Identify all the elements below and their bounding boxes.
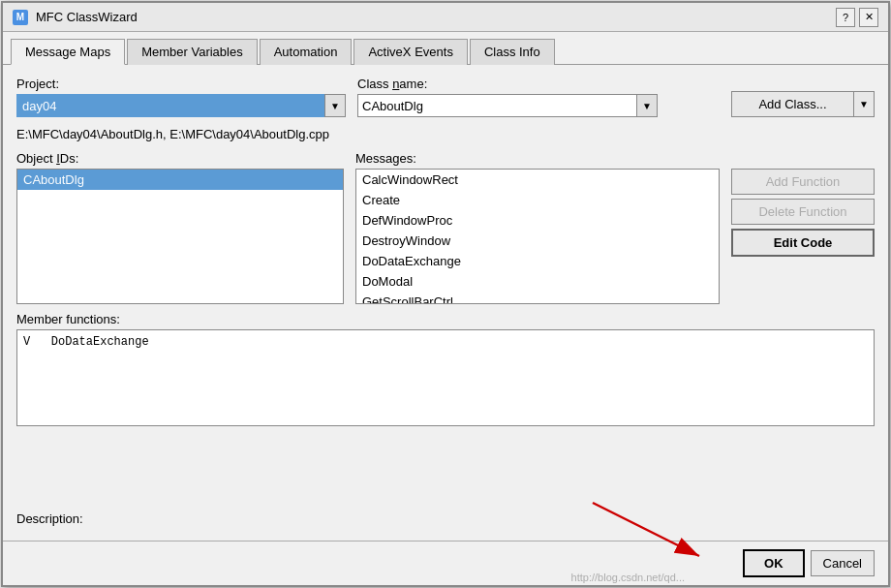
messages-section: Messages: CalcWindowRect Create DefWindo… [355, 151, 720, 304]
objectids-list[interactable]: CAboutDlg [16, 169, 344, 304]
help-button[interactable]: ? [836, 8, 855, 27]
description-label: Description: [16, 511, 875, 526]
function-button-panel: Add Function Delete Function Edit Code [731, 151, 875, 257]
tab-member-variables[interactable]: Member Variables [127, 39, 258, 65]
lists-section: Object IDs: CAboutDlg Messages: CalcWind… [16, 151, 875, 304]
description-section: Description: [16, 511, 875, 529]
project-input-wrapper: ▼ [16, 94, 346, 117]
tab-message-maps[interactable]: Message Maps [11, 39, 125, 65]
list-item[interactable]: DoDataExchange [356, 251, 719, 271]
ok-button[interactable]: OK [743, 549, 805, 577]
dialog-window: M MFC ClassWizard ? ✕ Message Maps Membe… [1, 1, 890, 587]
project-input[interactable] [16, 94, 324, 117]
tab-activex-events[interactable]: ActiveX Events [353, 39, 467, 65]
project-group: Project: ▼ [16, 77, 346, 117]
watermark: http://blog.csdn.net/qd... [571, 572, 685, 583]
title-bar-title: MFC ClassWizard [36, 10, 138, 24]
classname-label: Class name: [357, 77, 658, 91]
messages-label: Messages: [355, 151, 720, 166]
member-functions-section: Member functions: V DoDataExchange [16, 312, 875, 504]
add-class-arrow-button[interactable]: ▼ [853, 91, 875, 117]
app-icon: M [13, 10, 28, 25]
title-bar: M MFC ClassWizard ? ✕ [3, 3, 888, 32]
list-item[interactable]: GetScrollBarCtrl [356, 292, 719, 304]
member-function-item[interactable]: V DoDataExchange [23, 334, 868, 350]
list-item[interactable]: CAboutDlg [17, 170, 343, 190]
list-item[interactable]: DoModal [356, 271, 719, 292]
right-button-panel: Add Class... ▼ [731, 91, 875, 117]
content-area: Project: ▼ Class name: ▼ Add Class... ▼ [3, 65, 888, 541]
list-item[interactable]: DefWindowProc [356, 210, 719, 231]
edit-code-button[interactable]: Edit Code [731, 229, 875, 257]
objectids-label: Object IDs: [16, 151, 344, 166]
cancel-button[interactable]: Cancel [811, 550, 875, 576]
file-path: E:\MFC\day04\AboutDlg.h, E:\MFC\day04\Ab… [16, 125, 875, 143]
tab-automation[interactable]: Automation [260, 39, 353, 65]
tab-class-info[interactable]: Class Info [470, 39, 555, 65]
list-item[interactable]: DestroyWindow [356, 231, 719, 251]
add-function-button[interactable]: Add Function [731, 169, 875, 195]
classname-group: Class name: ▼ [357, 77, 658, 117]
title-bar-left: M MFC ClassWizard [13, 10, 138, 25]
project-label: Project: [16, 77, 346, 91]
member-functions-list[interactable]: V DoDataExchange [16, 329, 875, 426]
objectids-section: Object IDs: CAboutDlg [16, 151, 344, 304]
tabs-container: Message Maps Member Variables Automation… [3, 32, 888, 65]
list-item[interactable]: Create [356, 190, 719, 210]
member-functions-label: Member functions: [16, 312, 875, 326]
add-class-button[interactable]: Add Class... [731, 91, 853, 117]
bottom-bar: OK Cancel http://blog.csdn.net/qd... [3, 541, 888, 585]
messages-list[interactable]: CalcWindowRect Create DefWindowProc Dest… [355, 169, 720, 304]
add-class-group: Add Class... ▼ [731, 91, 875, 117]
list-item[interactable]: CalcWindowRect [356, 170, 719, 190]
title-bar-controls: ? ✕ [836, 8, 878, 27]
classname-input[interactable] [357, 94, 636, 117]
classname-input-wrapper: ▼ [357, 94, 658, 117]
close-button[interactable]: ✕ [859, 8, 878, 27]
classname-dropdown-button[interactable]: ▼ [636, 94, 658, 117]
delete-function-button[interactable]: Delete Function [731, 199, 875, 225]
project-dropdown-button[interactable]: ▼ [324, 94, 346, 117]
